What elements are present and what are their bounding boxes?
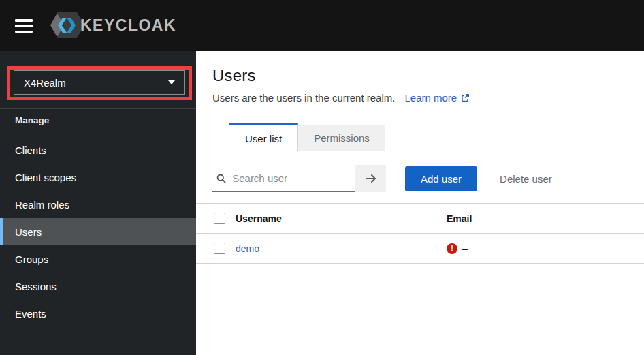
annotation-highlight-box: X4Realm: [7, 66, 192, 100]
users-table: Username Email demo ! –: [196, 203, 644, 264]
sidebar-nav-list: Clients Client scopes Realm roles Users …: [0, 132, 196, 327]
search-group: [212, 165, 386, 192]
learn-more-label: Learn more: [404, 92, 457, 104]
learn-more-link[interactable]: Learn more: [404, 92, 470, 104]
error-icon: !: [447, 243, 457, 254]
search-input[interactable]: [232, 172, 355, 184]
nav-section-title: Manage: [0, 109, 196, 132]
sidebar-item-clients[interactable]: Clients: [0, 136, 196, 164]
column-header-email: Email: [447, 213, 644, 224]
add-user-button[interactable]: Add user: [405, 166, 477, 191]
column-header-username: Username: [236, 213, 447, 224]
realm-selector-block: X4Realm: [0, 51, 196, 109]
tab-filler: [385, 123, 644, 151]
arrow-right-icon: [365, 174, 377, 183]
email-cell: ! –: [447, 243, 644, 254]
search-icon: [216, 173, 226, 184]
keycloak-logo: KEYCLOAK KEYCLOAK: [46, 10, 181, 41]
table-header-row: Username Email: [196, 203, 644, 234]
sidebar-item-events[interactable]: Events: [0, 300, 196, 327]
sidebar-item-groups[interactable]: Groups: [0, 245, 196, 273]
delete-user-button[interactable]: Delete user: [500, 173, 552, 185]
sidebar: X4Realm Manage Clients Client scopes Rea…: [0, 51, 196, 355]
email-value: –: [462, 243, 468, 254]
tab-permissions[interactable]: Permissions: [298, 125, 385, 151]
username-link[interactable]: demo: [236, 243, 447, 254]
realm-selector-dropdown[interactable]: X4Realm: [14, 70, 185, 95]
page-header: Users Users are the users in the current…: [196, 51, 644, 104]
row-checkbox[interactable]: [214, 243, 225, 254]
sidebar-item-realm-roles[interactable]: Realm roles: [0, 191, 196, 218]
tab-bar: User list Permissions: [196, 123, 644, 151]
search-box: [212, 165, 355, 192]
external-link-icon: [460, 93, 470, 103]
chevron-down-icon: [168, 80, 175, 84]
main-content: Users Users are the users in the current…: [196, 51, 644, 355]
sidebar-item-client-scopes[interactable]: Client scopes: [0, 164, 196, 191]
page-subtitle: Users are the users in the current realm…: [212, 92, 395, 104]
svg-text:KEYCLOAK: KEYCLOAK: [80, 16, 176, 34]
page-subtitle-row: Users are the users in the current realm…: [212, 92, 628, 104]
select-all-checkbox[interactable]: [214, 213, 225, 224]
keycloak-admin-console: KEYCLOAK KEYCLOAK X4Realm Manage Clients…: [0, 0, 644, 355]
keycloak-logo-icon: KEYCLOAK: [46, 10, 181, 41]
hamburger-menu-icon[interactable]: [15, 19, 33, 33]
realm-name: X4Realm: [24, 77, 66, 89]
search-submit-button[interactable]: [355, 165, 386, 192]
sidebar-item-sessions[interactable]: Sessions: [0, 273, 196, 300]
page-title: Users: [212, 66, 628, 85]
sidebar-item-users[interactable]: Users: [0, 218, 196, 245]
top-bar: KEYCLOAK KEYCLOAK: [0, 0, 644, 51]
toolbar: Add user Delete user: [212, 165, 628, 192]
table-row: demo ! –: [196, 234, 644, 264]
tab-user-list[interactable]: User list: [229, 123, 298, 151]
tab-spacer: [196, 123, 229, 151]
